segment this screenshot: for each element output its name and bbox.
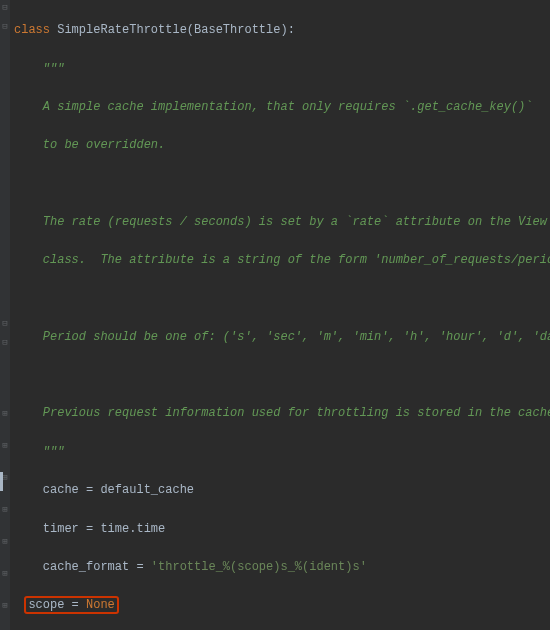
assignment: scope = bbox=[28, 598, 86, 612]
code-line: Previous request information used for th… bbox=[14, 404, 550, 423]
fold-marker[interactable]: ⊟ bbox=[1, 23, 9, 31]
fold-marker[interactable]: ⊟ bbox=[1, 339, 9, 347]
code-line: """ bbox=[14, 60, 550, 79]
code-area[interactable]: class SimpleRateThrottle(BaseThrottle): … bbox=[10, 0, 550, 630]
base-class: BaseThrottle bbox=[194, 23, 280, 37]
punct: ( bbox=[187, 23, 194, 37]
none-literal: None bbox=[86, 598, 115, 612]
keyword: class bbox=[14, 23, 50, 37]
code-line: """ bbox=[14, 443, 550, 462]
docstring: """ bbox=[43, 62, 65, 76]
code-line: class SimpleRateThrottle(BaseThrottle): bbox=[14, 21, 550, 40]
docstring: A simple cache implementation, that only… bbox=[43, 100, 533, 114]
caret-indicator bbox=[0, 472, 3, 491]
docstring: """ bbox=[43, 445, 65, 459]
punct: ): bbox=[280, 23, 294, 37]
code-line: Period should be one of: ('s', 'sec', 'm… bbox=[14, 328, 550, 347]
code-line: to be overridden. bbox=[14, 136, 550, 155]
code-line: The rate (requests / seconds) is set by … bbox=[14, 213, 550, 232]
class-name: SimpleRateThrottle bbox=[50, 23, 187, 37]
fold-marker[interactable]: ⊟ bbox=[1, 4, 9, 12]
code-line bbox=[14, 290, 550, 309]
assignment: cache = default_cache bbox=[43, 483, 194, 497]
docstring: Previous request information used for th… bbox=[43, 406, 550, 420]
gutter: ⊟ ⊟ ⊟ ⊟ ⊞ ⊞ ⊞ ⊞ ⊞ ⊞ ⊞ bbox=[0, 0, 10, 630]
docstring: Period should be one of: ('s', 'sec', 'm… bbox=[43, 330, 550, 344]
assignment: timer = time.time bbox=[43, 522, 165, 536]
docstring: The rate (requests / seconds) is set by … bbox=[43, 215, 547, 229]
code-line bbox=[14, 366, 550, 385]
code-line: A simple cache implementation, that only… bbox=[14, 98, 550, 117]
code-editor: ⊟ ⊟ ⊟ ⊟ ⊞ ⊞ ⊞ ⊞ ⊞ ⊞ ⊞ class SimpleRateTh… bbox=[0, 0, 550, 630]
code-line: cache_format = 'throttle_%(scope)s_%(ide… bbox=[14, 558, 550, 577]
fold-marker[interactable]: ⊞ bbox=[1, 442, 9, 450]
fold-marker[interactable]: ⊞ bbox=[1, 602, 9, 610]
code-line: scope = None bbox=[14, 596, 550, 615]
docstring: class. The attribute is a string of the … bbox=[43, 253, 550, 267]
code-line: cache = default_cache bbox=[14, 481, 550, 500]
fold-marker[interactable]: ⊟ bbox=[1, 320, 9, 328]
fold-marker[interactable]: ⊞ bbox=[1, 538, 9, 546]
docstring: to be overridden. bbox=[43, 138, 165, 152]
code-line: timer = time.time bbox=[14, 520, 550, 539]
code-line: class. The attribute is a string of the … bbox=[14, 251, 550, 270]
fold-marker[interactable]: ⊞ bbox=[1, 506, 9, 514]
fold-marker[interactable]: ⊞ bbox=[1, 570, 9, 578]
assignment: cache_format = bbox=[43, 560, 151, 574]
code-line bbox=[14, 175, 550, 194]
highlight-box: scope = None bbox=[24, 596, 118, 614]
fold-marker[interactable]: ⊞ bbox=[1, 410, 9, 418]
string: 'throttle_%(scope)s_%(ident)s' bbox=[151, 560, 367, 574]
